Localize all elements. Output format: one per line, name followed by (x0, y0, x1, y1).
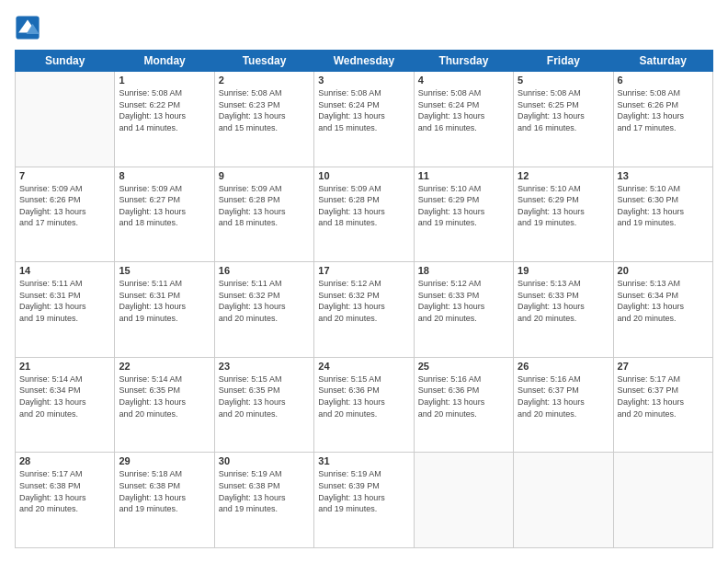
page: SundayMondayTuesdayWednesdayThursdayFrid… (0, 0, 728, 563)
day-number: 29 (119, 455, 210, 466)
day-number: 4 (418, 75, 509, 86)
calendar-cell: 18Sunrise: 5:12 AM Sunset: 6:33 PM Dayli… (414, 262, 513, 358)
day-number: 21 (19, 361, 110, 372)
day-info: Sunrise: 5:08 AM Sunset: 6:26 PM Dayligh… (618, 87, 709, 133)
day-number: 18 (418, 265, 509, 276)
day-info: Sunrise: 5:10 AM Sunset: 6:29 PM Dayligh… (518, 183, 609, 229)
calendar-cell: 21Sunrise: 5:14 AM Sunset: 6:34 PM Dayli… (16, 357, 115, 453)
calendar-cell (613, 453, 712, 548)
calendar-cell: 6Sunrise: 5:08 AM Sunset: 6:26 PM Daylig… (613, 72, 712, 167)
day-number: 14 (19, 265, 110, 276)
calendar-cell: 2Sunrise: 5:08 AM Sunset: 6:23 PM Daylig… (214, 72, 313, 167)
day-number: 19 (518, 265, 609, 276)
weekday-monday: Monday (115, 51, 214, 72)
calendar-cell: 26Sunrise: 5:16 AM Sunset: 6:37 PM Dayli… (514, 357, 613, 453)
weekday-sunday: Sunday (16, 51, 115, 72)
day-number: 27 (618, 361, 709, 372)
day-number: 28 (19, 455, 110, 466)
day-info: Sunrise: 5:09 AM Sunset: 6:26 PM Dayligh… (19, 183, 110, 229)
day-info: Sunrise: 5:08 AM Sunset: 6:24 PM Dayligh… (418, 87, 509, 133)
day-number: 1 (119, 75, 210, 86)
day-info: Sunrise: 5:13 AM Sunset: 6:33 PM Dayligh… (518, 278, 609, 324)
day-info: Sunrise: 5:12 AM Sunset: 6:32 PM Dayligh… (318, 278, 409, 324)
day-number: 26 (518, 361, 609, 372)
day-number: 24 (318, 361, 409, 372)
day-info: Sunrise: 5:08 AM Sunset: 6:23 PM Dayligh… (219, 87, 310, 133)
day-number: 10 (318, 170, 409, 181)
day-number: 7 (19, 170, 110, 181)
day-info: Sunrise: 5:15 AM Sunset: 6:36 PM Dayligh… (318, 373, 409, 419)
weekday-wednesday: Wednesday (314, 51, 414, 72)
header (15, 15, 713, 40)
day-info: Sunrise: 5:16 AM Sunset: 6:36 PM Dayligh… (418, 373, 509, 419)
calendar-cell: 25Sunrise: 5:16 AM Sunset: 6:36 PM Dayli… (414, 357, 513, 453)
calendar-cell: 29Sunrise: 5:18 AM Sunset: 6:38 PM Dayli… (115, 453, 214, 548)
calendar-cell: 24Sunrise: 5:15 AM Sunset: 6:36 PM Dayli… (314, 357, 414, 453)
calendar-cell: 22Sunrise: 5:14 AM Sunset: 6:35 PM Dayli… (115, 357, 214, 453)
day-number: 30 (219, 455, 310, 466)
day-info: Sunrise: 5:17 AM Sunset: 6:38 PM Dayligh… (19, 468, 110, 514)
calendar-cell (16, 72, 115, 167)
day-info: Sunrise: 5:18 AM Sunset: 6:38 PM Dayligh… (119, 468, 210, 514)
weekday-friday: Friday (514, 51, 613, 72)
day-info: Sunrise: 5:09 AM Sunset: 6:28 PM Dayligh… (318, 183, 409, 229)
day-number: 5 (518, 75, 609, 86)
weekday-header-row: SundayMondayTuesdayWednesdayThursdayFrid… (16, 51, 713, 72)
day-info: Sunrise: 5:10 AM Sunset: 6:30 PM Dayligh… (618, 183, 709, 229)
calendar-cell: 8Sunrise: 5:09 AM Sunset: 6:27 PM Daylig… (115, 167, 214, 262)
calendar-cell: 1Sunrise: 5:08 AM Sunset: 6:22 PM Daylig… (115, 72, 214, 167)
week-row-4: 28Sunrise: 5:17 AM Sunset: 6:38 PM Dayli… (16, 453, 713, 548)
calendar-cell: 16Sunrise: 5:11 AM Sunset: 6:32 PM Dayli… (214, 262, 313, 358)
day-info: Sunrise: 5:16 AM Sunset: 6:37 PM Dayligh… (518, 373, 609, 419)
week-row-3: 21Sunrise: 5:14 AM Sunset: 6:34 PM Dayli… (16, 357, 713, 453)
week-row-1: 7Sunrise: 5:09 AM Sunset: 6:26 PM Daylig… (16, 167, 713, 262)
day-number: 25 (418, 361, 509, 372)
day-number: 11 (418, 170, 509, 181)
day-info: Sunrise: 5:14 AM Sunset: 6:35 PM Dayligh… (119, 373, 210, 419)
day-number: 31 (318, 455, 409, 466)
day-info: Sunrise: 5:19 AM Sunset: 6:39 PM Dayligh… (318, 468, 409, 514)
calendar-cell: 9Sunrise: 5:09 AM Sunset: 6:28 PM Daylig… (214, 167, 313, 262)
day-number: 16 (219, 265, 310, 276)
calendar-cell: 10Sunrise: 5:09 AM Sunset: 6:28 PM Dayli… (314, 167, 414, 262)
day-info: Sunrise: 5:14 AM Sunset: 6:34 PM Dayligh… (19, 373, 110, 419)
calendar-table: SundayMondayTuesdayWednesdayThursdayFrid… (15, 50, 713, 548)
day-info: Sunrise: 5:19 AM Sunset: 6:38 PM Dayligh… (219, 468, 310, 514)
day-info: Sunrise: 5:09 AM Sunset: 6:27 PM Dayligh… (119, 183, 210, 229)
day-info: Sunrise: 5:11 AM Sunset: 6:31 PM Dayligh… (119, 278, 210, 324)
day-number: 13 (618, 170, 709, 181)
logo (15, 15, 44, 40)
calendar-cell: 7Sunrise: 5:09 AM Sunset: 6:26 PM Daylig… (16, 167, 115, 262)
day-number: 2 (219, 75, 310, 86)
weekday-tuesday: Tuesday (214, 51, 313, 72)
day-info: Sunrise: 5:08 AM Sunset: 6:24 PM Dayligh… (318, 87, 409, 133)
calendar-cell: 30Sunrise: 5:19 AM Sunset: 6:38 PM Dayli… (214, 453, 313, 548)
calendar-cell: 23Sunrise: 5:15 AM Sunset: 6:35 PM Dayli… (214, 357, 313, 453)
calendar-cell: 4Sunrise: 5:08 AM Sunset: 6:24 PM Daylig… (414, 72, 513, 167)
calendar-cell: 13Sunrise: 5:10 AM Sunset: 6:30 PM Dayli… (613, 167, 712, 262)
calendar-cell: 11Sunrise: 5:10 AM Sunset: 6:29 PM Dayli… (414, 167, 513, 262)
calendar-cell: 17Sunrise: 5:12 AM Sunset: 6:32 PM Dayli… (314, 262, 414, 358)
week-row-2: 14Sunrise: 5:11 AM Sunset: 6:31 PM Dayli… (16, 262, 713, 358)
calendar-cell (514, 453, 613, 548)
day-info: Sunrise: 5:08 AM Sunset: 6:22 PM Dayligh… (119, 87, 210, 133)
day-info: Sunrise: 5:08 AM Sunset: 6:25 PM Dayligh… (518, 87, 609, 133)
day-number: 12 (518, 170, 609, 181)
calendar-cell (414, 453, 513, 548)
calendar-cell: 12Sunrise: 5:10 AM Sunset: 6:29 PM Dayli… (514, 167, 613, 262)
calendar-cell: 14Sunrise: 5:11 AM Sunset: 6:31 PM Dayli… (16, 262, 115, 358)
day-info: Sunrise: 5:09 AM Sunset: 6:28 PM Dayligh… (219, 183, 310, 229)
day-number: 20 (618, 265, 709, 276)
week-row-0: 1Sunrise: 5:08 AM Sunset: 6:22 PM Daylig… (16, 72, 713, 167)
day-number: 17 (318, 265, 409, 276)
day-info: Sunrise: 5:11 AM Sunset: 6:32 PM Dayligh… (219, 278, 310, 324)
day-info: Sunrise: 5:12 AM Sunset: 6:33 PM Dayligh… (418, 278, 509, 324)
calendar-cell: 20Sunrise: 5:13 AM Sunset: 6:34 PM Dayli… (613, 262, 712, 358)
calendar-cell: 3Sunrise: 5:08 AM Sunset: 6:24 PM Daylig… (314, 72, 414, 167)
calendar-cell: 28Sunrise: 5:17 AM Sunset: 6:38 PM Dayli… (16, 453, 115, 548)
weekday-thursday: Thursday (414, 51, 513, 72)
day-number: 15 (119, 265, 210, 276)
day-info: Sunrise: 5:13 AM Sunset: 6:34 PM Dayligh… (618, 278, 709, 324)
day-number: 6 (618, 75, 709, 86)
day-info: Sunrise: 5:15 AM Sunset: 6:35 PM Dayligh… (219, 373, 310, 419)
